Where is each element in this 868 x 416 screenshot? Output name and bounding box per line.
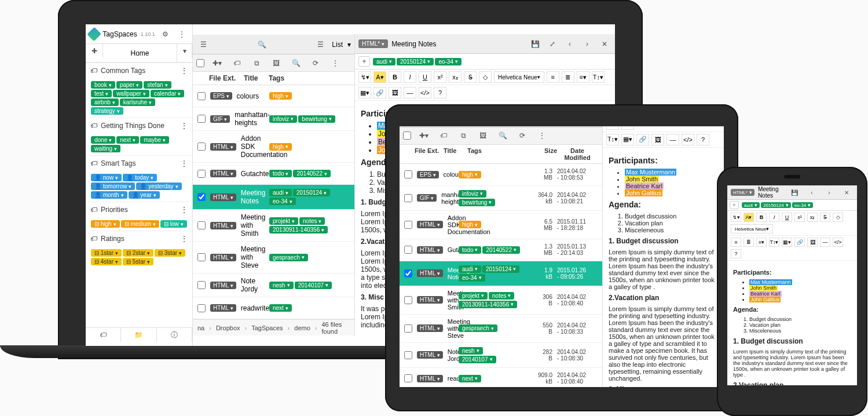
file-row[interactable]: HTMLMeeting with Stevegespraech550B2014.… [400, 315, 602, 343]
file-tag[interactable]: nesh [459, 347, 483, 355]
sidebar-tag[interactable]: ⊟ 1star [91, 249, 122, 257]
editor-tag[interactable]: audi [373, 58, 395, 65]
sidebar-tag[interactable]: 👤 year [129, 191, 160, 199]
editor-tag[interactable]: audi [742, 202, 760, 208]
file-ext-badge[interactable]: HTML [210, 194, 236, 201]
tag-icon[interactable]: 🏷 [437, 129, 451, 143]
file-row[interactable]: HTMLGutachtentodo201405221.3MB2015.01.13… [400, 239, 602, 261]
rte-image[interactable]: 🖼 [807, 238, 818, 247]
footer-tag-icon[interactable]: 🏷 [86, 328, 121, 342]
file-ext-badge[interactable]: HTML [210, 282, 236, 289]
rte-eraser[interactable]: ◇ [479, 71, 492, 83]
rte-image[interactable]: 🖼 [389, 87, 401, 98]
rte-textsize[interactable]: T↕▾ [769, 238, 779, 247]
file-tag[interactable]: 20150124 [293, 189, 331, 196]
sidebar-tag[interactable]: wallpaper [113, 90, 149, 97]
rte-align[interactable]: ≡▾ [577, 71, 589, 83]
col-size[interactable]: Size [531, 147, 557, 161]
view-dropdown-caret[interactable]: ▾ [347, 41, 351, 49]
breadcrumb-item[interactable]: demo [294, 324, 310, 331]
file-checkbox[interactable] [404, 374, 412, 382]
rte-strike[interactable]: ↯▾ [358, 71, 371, 83]
col-title[interactable]: Title [444, 147, 467, 161]
file-row[interactable]: HTMLMeeting with Smithprojektnotes201309… [400, 286, 602, 315]
rte-eraser[interactable]: ◇ [833, 213, 843, 222]
file-tag[interactable]: infoviz [459, 190, 486, 198]
file-ext-badge[interactable]: HTML [210, 222, 236, 229]
sidebar-tag[interactable]: ⊟ medium [121, 220, 159, 228]
file-ext-badge[interactable]: HTML [210, 254, 236, 261]
file-checkbox[interactable] [404, 221, 412, 229]
rte-help[interactable]: ? [434, 87, 446, 98]
sidebar-tag[interactable]: calendar [151, 90, 184, 97]
rte-bold[interactable]: B [389, 71, 401, 83]
sidebar-tag[interactable]: paper [116, 81, 143, 89]
file-ext-badge[interactable]: HTML [417, 296, 443, 304]
sidebar-tag[interactable]: 👤 tomorrow [91, 183, 135, 190]
rte-bold[interactable]: B [756, 213, 767, 222]
rte-help[interactable]: ? [731, 249, 741, 258]
footer-folder-icon[interactable]: 📁 [121, 328, 156, 342]
editor-tag[interactable]: eo-34 [435, 58, 462, 65]
sidebar-tag[interactable]: 👤 now [91, 174, 122, 181]
file-checkbox[interactable] [197, 143, 206, 151]
rte-hr[interactable]: — [404, 87, 416, 98]
file-tag[interactable]: gespraech [459, 324, 497, 332]
file-row[interactable]: GIFmanhattan-heightsinfovizbewirtung364.… [400, 186, 602, 211]
expand-icon[interactable]: ⤢ [545, 37, 559, 51]
editor-ext-badge[interactable]: HTML* [731, 189, 755, 196]
sidebar-tag[interactable]: ⊟ low [160, 220, 187, 228]
sidebar-tag[interactable]: ⊟ 3star [155, 249, 185, 257]
file-tag[interactable]: nesh [269, 282, 294, 289]
sidebar-tag[interactable]: 👤 month [91, 191, 127, 199]
file-tag[interactable]: eo-34 [459, 274, 485, 282]
editor-tag[interactable]: 20150124 [761, 202, 791, 208]
file-row[interactable]: HTMLNote Jordynesh20140107282B2014.04.02… [400, 343, 602, 368]
settings-icon[interactable]: ⚙ [159, 27, 172, 41]
tag-icon[interactable]: 🏷 [230, 56, 244, 70]
file-tag[interactable]: gespraech [269, 254, 308, 261]
refresh-icon[interactable]: ⟳ [515, 129, 529, 143]
file-tag[interactable]: projekt [269, 217, 298, 225]
file-tag[interactable]: infoviz [269, 115, 297, 123]
rte-underline[interactable]: U [419, 71, 431, 83]
zoom-icon[interactable]: 🔍 [289, 56, 303, 70]
close-icon[interactable]: ✕ [840, 185, 854, 199]
file-checkbox[interactable] [404, 269, 412, 278]
file-tag[interactable]: high [459, 221, 481, 228]
rte-textsize[interactable]: T↕▾ [606, 134, 619, 145]
file-checkbox[interactable] [404, 324, 412, 333]
rte-table[interactable]: ▦▾ [358, 87, 371, 98]
copy-icon[interactable]: ⧉ [250, 56, 263, 70]
file-checkbox[interactable] [197, 170, 206, 178]
sidebar-tag[interactable]: next [116, 136, 139, 144]
file-tag[interactable]: bewirtung [459, 199, 495, 206]
file-row[interactable]: EPScolourshigh [193, 85, 354, 107]
file-tag[interactable]: next [459, 375, 481, 382]
rte-sup[interactable]: x² [794, 213, 805, 222]
file-tag[interactable]: notes [299, 217, 325, 225]
file-tag[interactable]: 20140107 [295, 282, 332, 289]
rte-hr[interactable]: — [666, 134, 679, 145]
rte-table[interactable]: ▦▾ [782, 238, 792, 247]
file-checkbox[interactable] [404, 170, 412, 178]
file-row[interactable]: HTMLGutachtentodo20140522 [193, 163, 354, 185]
file-tag[interactable]: bewirtung [298, 115, 335, 123]
col-title[interactable]: Title [244, 74, 269, 82]
file-row[interactable]: HTMLAddon SDK Documentationhigh [193, 131, 354, 163]
rte-strike[interactable]: ↯▾ [731, 213, 741, 222]
refresh-icon[interactable]: ⟳ [309, 56, 323, 70]
file-row[interactable]: HTMLMeeting Notesaudi20150124eo-34 [193, 185, 354, 210]
sidebar-tag[interactable]: maybe [140, 136, 169, 144]
file-ext-badge[interactable]: HTML [210, 143, 236, 151]
home-button[interactable]: Home [103, 44, 177, 62]
add-tag-button[interactable]: + [730, 201, 739, 209]
file-tag[interactable]: notes [489, 292, 514, 300]
breadcrumb-item[interactable]: TagSpaces [251, 324, 283, 331]
copy-icon[interactable]: ⧉ [456, 129, 470, 143]
file-tag[interactable]: todo [459, 246, 481, 254]
sidebar-tag[interactable]: ⊟ 5star [123, 258, 153, 265]
file-checkbox[interactable] [197, 193, 206, 201]
file-tag[interactable]: next [269, 304, 292, 312]
more-icon[interactable]: ⋮ [328, 56, 342, 70]
